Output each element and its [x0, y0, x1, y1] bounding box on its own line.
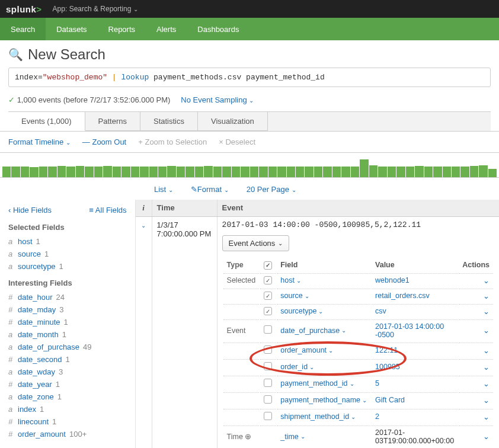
field-link[interactable]: shipment_method_id ⌄	[280, 412, 356, 421]
timeline-bar[interactable]	[396, 167, 405, 177]
field-sourcetype[interactable]: asourcetype1	[8, 260, 127, 273]
timeline-bar[interactable]	[57, 166, 66, 177]
field-value[interactable]: 122.11	[375, 346, 398, 354]
field-date_month[interactable]: adate_month1	[8, 328, 127, 341]
field-value[interactable]: 2017-01-03 14:00:00 -0500	[375, 322, 444, 339]
field-link[interactable]: host ⌄	[280, 276, 301, 284]
timeline-bar[interactable]	[351, 167, 359, 177]
timeline-bar[interactable]	[415, 166, 423, 177]
field-link[interactable]: order_amount ⌄	[280, 346, 333, 354]
field-checkbox[interactable]	[264, 276, 272, 284]
format-dropdown[interactable]: ✎Format ⌄	[191, 185, 229, 194]
field-checkbox[interactable]	[264, 412, 272, 420]
timeline-bar[interactable]	[296, 167, 304, 177]
field-checkbox[interactable]	[264, 307, 272, 315]
field-checkbox[interactable]	[264, 362, 272, 370]
timeline-bar[interactable]	[2, 167, 11, 177]
timeline-bar[interactable]	[30, 167, 38, 177]
field-name[interactable]: order_amount	[18, 430, 66, 439]
timeline-bar[interactable]	[48, 167, 56, 177]
field-link[interactable]: payment_method_name ⌄	[280, 396, 367, 404]
field-link[interactable]: date_of_purchase ⌄	[280, 327, 346, 335]
timeline-bar[interactable]	[21, 167, 29, 177]
field-actions[interactable]: ⌄	[483, 292, 490, 300]
timeline-bar[interactable]	[433, 167, 442, 177]
field-name[interactable]: date_year	[18, 380, 52, 389]
timeline-bar[interactable]	[121, 167, 130, 177]
format-timeline[interactable]: Format Timeline ⌄	[8, 137, 71, 146]
timeline-bar[interactable]	[360, 159, 368, 177]
timeline-bar[interactable]	[323, 167, 331, 177]
perpage-dropdown[interactable]: 20 Per Page ⌄	[247, 185, 296, 194]
field-date_wday[interactable]: adate_wday3	[8, 366, 127, 378]
expand-event[interactable]: ⌄	[136, 217, 152, 448]
field-name[interactable]: source	[18, 249, 41, 258]
nav-datasets[interactable]: Datasets	[46, 18, 97, 40]
field-link[interactable]: order_id ⌄	[280, 363, 314, 371]
timeline-bar[interactable]	[149, 167, 158, 177]
app-switcher[interactable]: App: Search & Reporting ⌄	[53, 5, 138, 13]
col-time[interactable]: Time	[152, 200, 217, 216]
field-host[interactable]: ahost1	[8, 235, 127, 248]
field-value[interactable]: 5	[375, 379, 379, 388]
field-link[interactable]: _time ⌄	[280, 433, 305, 441]
tab-patterns[interactable]: Patterns	[85, 112, 140, 131]
timeline-bar[interactable]	[213, 167, 222, 177]
field-name[interactable]: date_minute	[18, 318, 60, 327]
timeline-bar[interactable]	[85, 167, 93, 177]
field-index[interactable]: aindex1	[8, 403, 127, 415]
field-order_amount[interactable]: #order_amount100+	[8, 428, 127, 440]
timeline-bar[interactable]	[177, 167, 185, 177]
field-actions[interactable]: ⌄	[483, 347, 490, 355]
timeline-bar[interactable]	[287, 167, 295, 177]
timeline-bar[interactable]	[470, 166, 478, 177]
timeline-bar[interactable]	[158, 167, 167, 177]
timeline-bar[interactable]	[185, 167, 194, 177]
nav-alerts[interactable]: Alerts	[146, 18, 187, 40]
timeline-bar[interactable]	[131, 167, 139, 177]
col-event[interactable]: Event	[217, 200, 499, 216]
field-name[interactable]: date_wday	[18, 367, 55, 376]
all-fields[interactable]: ≡ All Fields	[89, 206, 126, 215]
field-link[interactable]: payment_method_id ⌄	[280, 379, 354, 388]
field-value[interactable]: Gift Card	[375, 396, 405, 404]
tab-statistics[interactable]: Statistics	[140, 112, 198, 131]
field-date_hour[interactable]: #date_hour24	[8, 291, 127, 303]
search-input[interactable]: index="webshop_demo" | lookup payment_me…	[8, 68, 491, 87]
timeline-bar[interactable]	[94, 167, 103, 177]
timeline-bar[interactable]	[460, 167, 469, 177]
field-date_year[interactable]: #date_year1	[8, 378, 127, 391]
timeline-bar[interactable]	[443, 167, 451, 177]
timeline-bar[interactable]	[259, 167, 267, 177]
timeline-bar[interactable]	[388, 167, 396, 177]
timeline-bar[interactable]	[452, 167, 460, 177]
tab-visualization[interactable]: Visualization	[198, 112, 268, 131]
timeline-bar[interactable]	[341, 167, 350, 177]
field-linecount[interactable]: #linecount1	[8, 415, 127, 428]
field-link[interactable]: sourcetype ⌄	[280, 307, 323, 315]
tab-events-[interactable]: Events (1,000)	[8, 112, 85, 131]
list-dropdown[interactable]: List ⌄	[154, 185, 173, 194]
field-date_minute[interactable]: #date_minute1	[8, 316, 127, 328]
zoom-out[interactable]: — Zoom Out	[82, 137, 126, 146]
timeline-bar[interactable]	[369, 165, 378, 177]
timeline-bar[interactable]	[488, 169, 497, 177]
field-value[interactable]: csv	[375, 307, 386, 315]
field-checkbox[interactable]	[264, 395, 272, 404]
field-actions[interactable]: ⌄	[483, 363, 490, 372]
field-checkbox[interactable]	[264, 379, 272, 387]
field-name[interactable]: date_month	[18, 330, 59, 339]
event-sampling[interactable]: No Event Sampling ⌄	[181, 95, 254, 104]
timeline-chart[interactable]	[0, 153, 499, 178]
field-actions[interactable]: ⌄	[483, 380, 490, 388]
timeline-bar[interactable]	[406, 167, 414, 177]
field-link[interactable]: source ⌄	[280, 292, 309, 300]
field-actions[interactable]: ⌄	[483, 277, 490, 285]
field-value[interactable]: 100985	[375, 363, 400, 371]
field-name[interactable]: index	[18, 405, 36, 414]
field-name[interactable]: host	[18, 237, 33, 246]
timeline-bar[interactable]	[11, 167, 20, 177]
timeline-bar[interactable]	[479, 165, 487, 177]
field-actions[interactable]: ⌄	[483, 413, 490, 421]
field-name[interactable]: date_of_purchase	[18, 343, 79, 351]
